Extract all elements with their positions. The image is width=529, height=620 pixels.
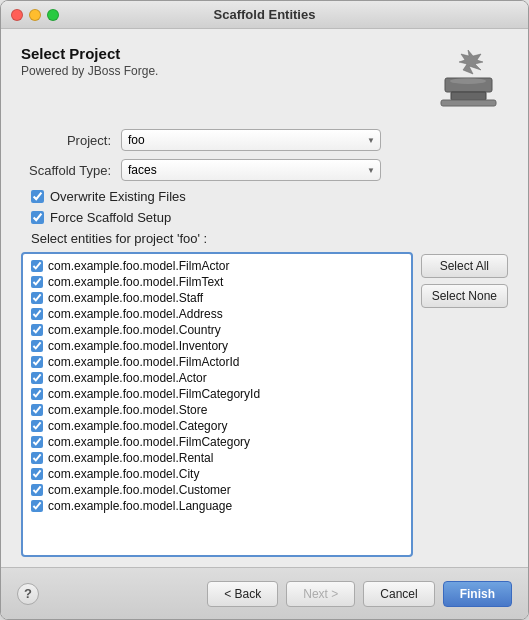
force-scaffold-row: Force Scaffold Setup — [21, 210, 508, 225]
footer: ? < Back Next > Cancel Finish — [1, 567, 528, 619]
entity-name: com.example.foo.model.Country — [48, 323, 221, 337]
list-item: com.example.foo.model.Staff — [25, 290, 409, 306]
finish-button[interactable]: Finish — [443, 581, 512, 607]
traffic-lights — [11, 9, 59, 21]
overwrite-label: Overwrite Existing Files — [50, 189, 186, 204]
page-subtitle: Powered by JBoss Forge. — [21, 64, 158, 78]
list-item: com.example.foo.model.Store — [25, 402, 409, 418]
select-all-button[interactable]: Select All — [421, 254, 508, 278]
entity-name: com.example.foo.model.Category — [48, 419, 227, 433]
entity-name: com.example.foo.model.FilmCategory — [48, 435, 250, 449]
project-label: Project: — [21, 133, 121, 148]
select-none-button[interactable]: Select None — [421, 284, 508, 308]
svg-rect-2 — [451, 92, 486, 100]
entity-checkbox[interactable] — [31, 484, 43, 496]
entity-name: com.example.foo.model.FilmActorId — [48, 355, 239, 369]
entity-name: com.example.foo.model.Customer — [48, 483, 231, 497]
entity-checkbox[interactable] — [31, 436, 43, 448]
help-button[interactable]: ? — [17, 583, 39, 605]
svg-point-4 — [450, 78, 486, 84]
list-item: com.example.foo.model.Country — [25, 322, 409, 338]
entity-name: com.example.foo.model.FilmActor — [48, 259, 229, 273]
entities-list[interactable]: com.example.foo.model.FilmActorcom.examp… — [21, 252, 413, 557]
list-item: com.example.foo.model.Rental — [25, 450, 409, 466]
entity-name: com.example.foo.model.FilmCategoryId — [48, 387, 260, 401]
force-scaffold-checkbox[interactable] — [31, 211, 44, 224]
project-row: Project: foo — [21, 129, 508, 151]
project-select-wrapper: foo — [121, 129, 381, 151]
window-title: Scaffold Entities — [214, 7, 316, 22]
entity-checkbox[interactable] — [31, 308, 43, 320]
list-item: com.example.foo.model.FilmActor — [25, 258, 409, 274]
scaffold-type-row: Scaffold Type: faces — [21, 159, 508, 181]
overwrite-checkbox[interactable] — [31, 190, 44, 203]
minimize-button[interactable] — [29, 9, 41, 21]
entities-buttons: Select All Select None — [421, 252, 508, 557]
page-title: Select Project — [21, 45, 158, 62]
jboss-forge-logo — [428, 45, 508, 115]
entity-checkbox[interactable] — [31, 468, 43, 480]
list-item: com.example.foo.model.Category — [25, 418, 409, 434]
main-window: Scaffold Entities Select Project Powered… — [0, 0, 529, 620]
force-scaffold-label: Force Scaffold Setup — [50, 210, 171, 225]
entity-name: com.example.foo.model.FilmText — [48, 275, 223, 289]
entity-checkbox[interactable] — [31, 500, 43, 512]
list-item: com.example.foo.model.FilmCategoryId — [25, 386, 409, 402]
list-item: com.example.foo.model.FilmCategory — [25, 434, 409, 450]
entity-name: com.example.foo.model.Address — [48, 307, 223, 321]
svg-rect-3 — [441, 100, 496, 106]
content-area: Select Project Powered by JBoss Forge. P… — [1, 29, 528, 567]
overwrite-row: Overwrite Existing Files — [21, 189, 508, 204]
scaffold-type-select[interactable]: faces — [121, 159, 381, 181]
back-button[interactable]: < Back — [207, 581, 278, 607]
project-select[interactable]: foo — [121, 129, 381, 151]
list-item: com.example.foo.model.FilmActorId — [25, 354, 409, 370]
list-item: com.example.foo.model.FilmText — [25, 274, 409, 290]
header-section: Select Project Powered by JBoss Forge. — [21, 45, 508, 115]
titlebar: Scaffold Entities — [1, 1, 528, 29]
entity-name: com.example.foo.model.Actor — [48, 371, 207, 385]
header-text: Select Project Powered by JBoss Forge. — [21, 45, 158, 78]
scaffold-select-wrapper: faces — [121, 159, 381, 181]
entity-checkbox[interactable] — [31, 452, 43, 464]
close-button[interactable] — [11, 9, 23, 21]
list-item: com.example.foo.model.Language — [25, 498, 409, 514]
entity-checkbox[interactable] — [31, 388, 43, 400]
entity-name: com.example.foo.model.Rental — [48, 451, 213, 465]
list-item: com.example.foo.model.Customer — [25, 482, 409, 498]
entity-checkbox[interactable] — [31, 356, 43, 368]
entity-name: com.example.foo.model.Store — [48, 403, 207, 417]
entity-checkbox[interactable] — [31, 404, 43, 416]
list-item: com.example.foo.model.Address — [25, 306, 409, 322]
entity-checkbox[interactable] — [31, 260, 43, 272]
entity-checkbox[interactable] — [31, 340, 43, 352]
entity-name: com.example.foo.model.Language — [48, 499, 232, 513]
list-item: com.example.foo.model.City — [25, 466, 409, 482]
next-button[interactable]: Next > — [286, 581, 355, 607]
list-item: com.example.foo.model.Actor — [25, 370, 409, 386]
cancel-button[interactable]: Cancel — [363, 581, 434, 607]
footer-buttons: < Back Next > Cancel Finish — [207, 581, 512, 607]
entity-name: com.example.foo.model.City — [48, 467, 199, 481]
entities-label: Select entities for project 'foo' : — [21, 231, 508, 246]
svg-marker-0 — [459, 50, 483, 74]
entity-name: com.example.foo.model.Inventory — [48, 339, 228, 353]
entity-checkbox[interactable] — [31, 372, 43, 384]
entity-checkbox[interactable] — [31, 420, 43, 432]
entity-checkbox[interactable] — [31, 292, 43, 304]
maximize-button[interactable] — [47, 9, 59, 21]
entity-checkbox[interactable] — [31, 324, 43, 336]
list-item: com.example.foo.model.Inventory — [25, 338, 409, 354]
entity-name: com.example.foo.model.Staff — [48, 291, 203, 305]
footer-left: ? — [17, 583, 39, 605]
scaffold-type-label: Scaffold Type: — [21, 163, 121, 178]
entity-checkbox[interactable] — [31, 276, 43, 288]
entities-section: com.example.foo.model.FilmActorcom.examp… — [21, 252, 508, 557]
